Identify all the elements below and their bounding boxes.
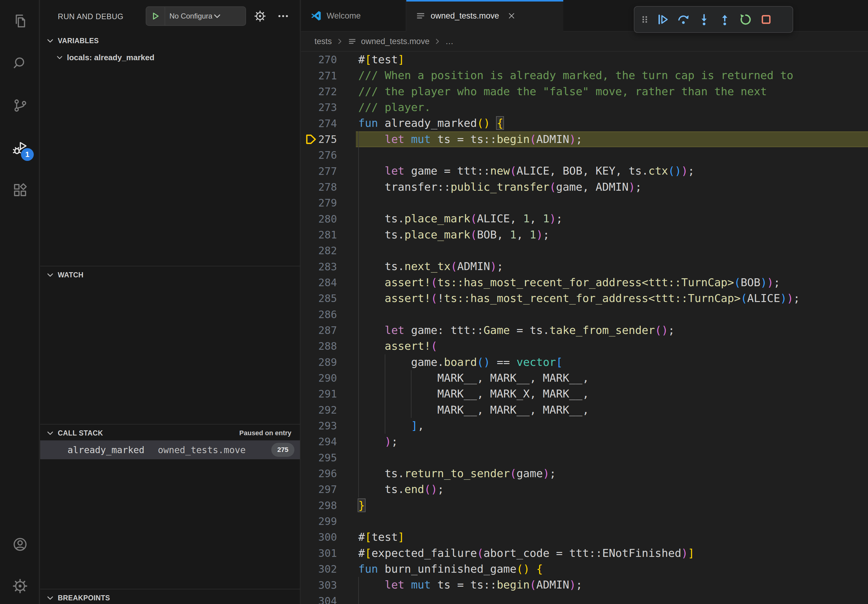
code-line-content[interactable]: game.board() == vector[ — [356, 354, 868, 370]
config-dropdown[interactable]: No Configura — [146, 6, 246, 26]
gutter-line-302[interactable]: 302 — [301, 561, 356, 577]
tab-owned-tests-move[interactable]: owned_tests.move — [406, 0, 563, 32]
gutter-line-284[interactable]: 284 — [301, 275, 356, 290]
restart-button[interactable] — [736, 10, 755, 29]
code-line-content[interactable]: /// When a position is already marked, t… — [356, 68, 868, 83]
code-line-content[interactable]: transfer::public_transfer(game, ADMIN); — [356, 179, 868, 195]
code-line-content[interactable]: ts.place_mark(BOB, 1, 1); — [356, 227, 868, 243]
code-line-content[interactable]: ts.place_mark(ALICE, 1, 1); — [356, 211, 868, 226]
step-into-button[interactable] — [694, 10, 713, 29]
gutter-line-301[interactable]: 301 — [301, 545, 356, 561]
activity-item-run-and-debug[interactable]: 1 — [10, 138, 30, 158]
code-line-content[interactable]: assert!(ts::has_most_recent_for_address<… — [356, 275, 868, 290]
gutter-line-295[interactable]: 295 — [301, 450, 356, 466]
stop-button[interactable] — [757, 10, 775, 29]
gutter-line-270[interactable]: 270 — [301, 52, 356, 68]
watch-section-header[interactable]: WATCH — [40, 266, 300, 283]
gutter-line-274[interactable]: 274 — [301, 115, 356, 131]
gutter-line-289[interactable]: 289 — [301, 354, 356, 370]
views-more-actions-icon[interactable] — [277, 10, 290, 23]
continue-button[interactable] — [653, 10, 672, 29]
gutter-line-293[interactable]: 293 — [301, 418, 356, 434]
activity-item-source-control[interactable] — [10, 96, 30, 116]
gutter-line-288[interactable]: 288 — [301, 338, 356, 354]
code-line-content[interactable]: let game: ttt::Game = ts.take_from_sende… — [356, 322, 868, 338]
code-line-content[interactable]: /// player. — [356, 99, 868, 115]
code-line-content[interactable]: MARK__, MARK__, MARK__, — [356, 370, 868, 386]
code-line-content[interactable] — [356, 243, 868, 259]
call-stack-frame-row[interactable]: already_marked owned_tests.move 275 — [40, 440, 300, 459]
code-line-content[interactable] — [356, 450, 868, 466]
code-line-content[interactable]: ts.end(); — [356, 482, 868, 497]
gutter-line-281[interactable]: 281 — [301, 227, 356, 243]
gutter-line-292[interactable]: 292 — [301, 402, 356, 418]
code-line-content[interactable]: fun already_marked() { — [356, 115, 868, 131]
code-line-content[interactable]: fun burn_unfinished_game() { — [356, 561, 868, 577]
activity-item-extensions[interactable] — [10, 180, 30, 200]
code-line-content[interactable]: ts.next_tx(ADMIN); — [356, 259, 868, 274]
gutter-line-300[interactable]: 300 — [301, 529, 356, 545]
code-line-content[interactable]: #[test] — [356, 529, 868, 545]
activity-item-settings[interactable] — [10, 576, 30, 596]
gutter-line-283[interactable]: 283 — [301, 259, 356, 274]
gutter-line-286[interactable]: 286 — [301, 307, 356, 322]
gutter-line-282[interactable]: 282 — [301, 243, 356, 259]
code-line-content[interactable]: } — [356, 497, 868, 513]
activity-item-account[interactable] — [10, 534, 30, 554]
gutter-line-285[interactable]: 285 — [301, 290, 356, 306]
gutter-line-290[interactable]: 290 — [301, 370, 356, 386]
call-stack-section-header[interactable]: CALL STACK Paused on entry — [40, 424, 300, 441]
gutter-line-291[interactable]: 291 — [301, 386, 356, 402]
code-line-content[interactable]: ); — [356, 434, 868, 449]
activity-item-search[interactable] — [10, 53, 30, 73]
code-line-content[interactable] — [356, 513, 868, 529]
start-debug-play-icon[interactable] — [146, 7, 165, 25]
gutter-line-275[interactable]: 275 — [301, 132, 356, 147]
code-line-content[interactable] — [356, 593, 868, 604]
gutter-line-299[interactable]: 299 — [301, 513, 356, 529]
gutter-line-278[interactable]: 278 — [301, 179, 356, 195]
gutter-line-271[interactable]: 271 — [301, 68, 356, 83]
step-out-button[interactable] — [715, 10, 734, 29]
close-icon[interactable] — [507, 11, 516, 20]
gutter-line-294[interactable]: 294 — [301, 434, 356, 449]
drag-handle[interactable] — [638, 10, 651, 29]
breadcrumb-folder[interactable]: tests — [315, 37, 332, 46]
breadcrumb-file[interactable]: owned_tests.move — [361, 37, 429, 46]
gutter-line-280[interactable]: 280 — [301, 211, 356, 226]
activity-item-explorer[interactable] — [10, 11, 30, 31]
tab-welcome[interactable]: Welcome — [301, 0, 406, 32]
code-line-content[interactable]: ts.return_to_sender(game); — [356, 466, 868, 482]
code-line-content[interactable]: let mut ts = ts::begin(ADMIN); — [356, 577, 868, 593]
gutter-line-287[interactable]: 287 — [301, 322, 356, 338]
gutter-line-272[interactable]: 272 — [301, 84, 356, 99]
code-line-content[interactable] — [356, 147, 868, 163]
gutter-line-279[interactable]: 279 — [301, 195, 356, 211]
code-line-content[interactable]: /// the player who made the "false" move… — [356, 84, 868, 99]
debug-settings-gear-icon[interactable] — [254, 10, 267, 23]
code-line-content[interactable]: MARK__, MARK_X, MARK__, — [356, 386, 868, 402]
gutter-line-298[interactable]: 298 — [301, 497, 356, 513]
code-line-content[interactable]: #[test] — [356, 52, 868, 68]
code-line-content[interactable] — [356, 195, 868, 211]
gutter-line-273[interactable]: 273 — [301, 99, 356, 115]
code-line-content[interactable]: let mut ts = ts::begin(ADMIN); — [356, 132, 868, 147]
code-line-content[interactable]: MARK__, MARK__, MARK__, — [356, 402, 868, 418]
code-line-content[interactable]: assert!( — [356, 338, 868, 354]
gutter-line-297[interactable]: 297 — [301, 482, 356, 497]
code-line-content[interactable] — [356, 307, 868, 322]
gutter-line-303[interactable]: 303 — [301, 577, 356, 593]
step-over-button[interactable] — [674, 10, 693, 29]
variables-scope-locals[interactable]: locals: already_marked — [40, 49, 300, 66]
code-line-content[interactable]: ], — [356, 418, 868, 434]
code-line-content[interactable]: assert!(!ts::has_most_recent_for_address… — [356, 290, 868, 306]
gutter-line-277[interactable]: 277 — [301, 163, 356, 179]
gutter-line-276[interactable]: 276 — [301, 147, 356, 163]
gutter-line-296[interactable]: 296 — [301, 466, 356, 482]
breakpoints-section-header[interactable]: BREAKPOINTS — [40, 589, 300, 604]
gutter-line-304[interactable]: 304 — [301, 593, 356, 604]
code-line-content[interactable]: let game = ttt::new(ALICE, BOB, KEY, ts.… — [356, 163, 868, 179]
variables-section-header[interactable]: VARIABLES — [40, 32, 300, 49]
breadcrumb-symbol[interactable]: … — [445, 37, 453, 46]
code-line-content[interactable]: #[expected_failure(abort_code = ttt::ENo… — [356, 545, 868, 561]
